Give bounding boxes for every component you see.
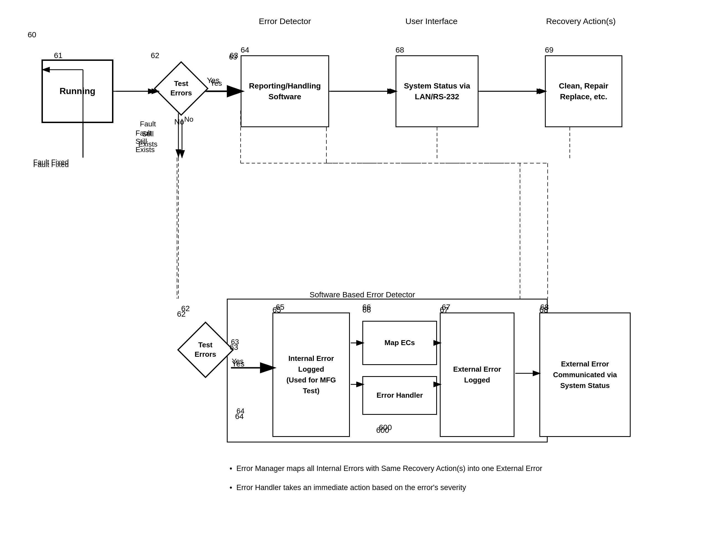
external-error-communicated-box: External ErrorCommunicated viaSystem Sta… (539, 312, 631, 437)
col-label-error-detector: Error Detector (241, 17, 329, 26)
error-handler-box: Error Handler (362, 376, 437, 415)
bullet-2: • Error Handler takes an immediate actio… (230, 481, 542, 494)
ref-68-top: 68 (396, 46, 404, 54)
system-status-top-box: System Status viaLAN/RS-232 (396, 55, 479, 127)
software-based-label: Software Based Error Detector (277, 290, 448, 299)
bullet-points: • Error Manager maps all Internal Errors… (230, 462, 542, 494)
ref-61: 61 (54, 51, 63, 60)
external-error-logged-box: External ErrorLogged (440, 312, 514, 437)
internal-error-logged-box: Internal ErrorLogged(Used for MFGTest) (272, 312, 350, 437)
yes-label-top: Yes (207, 76, 220, 85)
ref-63-top: 63 (230, 51, 238, 60)
ref-64-top: 64 (241, 46, 249, 54)
fault-still-exists: FaultStillExists (138, 119, 157, 149)
yes-label-bottom: Yes (232, 360, 245, 368)
ref-60: 60 (28, 30, 36, 39)
ref-64-bottom: 64 (235, 412, 244, 421)
clean-repair-box: Clean, RepairReplace, etc. (545, 55, 622, 127)
diagram-container: Error Detector User Interface Recovery A… (0, 0, 728, 560)
test-errors-diamond-top: TestErrors (156, 58, 206, 119)
col-label-user-interface: User Interface (387, 17, 476, 26)
ref-66: 66 (362, 306, 371, 314)
running-box: Running (41, 59, 113, 123)
fault-fixed: Fault Fixed (33, 160, 69, 169)
bullet-1: • Error Manager maps all Internal Errors… (230, 462, 542, 475)
col-label-recovery-actions: Recovery Action(s) (531, 17, 631, 26)
test-errors-diamond-bottom: TestErrors (180, 318, 231, 382)
reporting-handling-box: Reporting/HandlingSoftware (241, 55, 329, 127)
ref-600: 600 (376, 426, 389, 435)
ref-69: 69 (545, 46, 553, 54)
map-ecs-box: Map ECs (362, 321, 437, 365)
ref-62-bottom: 62 (177, 310, 186, 319)
